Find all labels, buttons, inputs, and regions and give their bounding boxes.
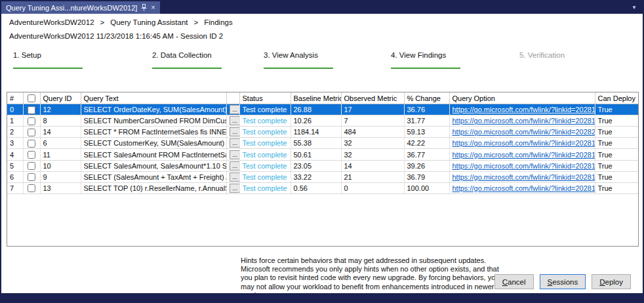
column-header-query-id[interactable]: Query ID xyxy=(40,92,81,104)
column-header-4[interactable] xyxy=(226,92,239,104)
status-cell: Test complete xyxy=(239,127,291,138)
observed-metric-cell: 32 xyxy=(341,138,404,149)
query-option-link[interactable]: https://go.microsoft.com/fwlink/?linkid=… xyxy=(453,128,595,136)
row-checkbox-cell xyxy=(23,115,40,127)
deploy-button[interactable]: Deploy xyxy=(592,274,631,289)
wizard-step-label: 2. Data Collection xyxy=(152,51,212,59)
wizard-step: 1. Setup xyxy=(13,51,83,69)
can-deploy-cell: True xyxy=(595,115,638,127)
expand-query-button[interactable]: ... xyxy=(230,138,240,148)
select-all-checkbox[interactable] xyxy=(28,94,35,102)
pin-icon[interactable] xyxy=(141,4,147,11)
query-text-cell: SELECT SalesAmount, SalesAmount*1.10 Sal… xyxy=(81,160,226,171)
table-row[interactable]: 36SELECT CustomerKey, SUM(SalesAmount) A… xyxy=(7,138,638,149)
column-header-status[interactable]: Status xyxy=(239,92,291,104)
wizard-step: 3. View Analysis xyxy=(264,51,333,69)
query-text-cell: SELECT CustomerKey, SUM(SalesAmount) AS … xyxy=(81,138,226,149)
table-row[interactable]: 510SELECT SalesAmount, SalesAmount*1.10 … xyxy=(7,160,638,171)
column-header-observed-metric[interactable]: Observed Metric xyxy=(341,92,404,104)
column-header-query-option[interactable]: Query Option xyxy=(449,92,595,104)
sessions-button[interactable]: Sessions xyxy=(540,274,586,289)
row-checkbox[interactable] xyxy=(28,106,35,114)
row-checkbox[interactable] xyxy=(28,184,35,192)
query-option-cell: https://go.microsoft.com/fwlink/?linkid=… xyxy=(449,138,595,149)
expand-query-button[interactable]: ... xyxy=(230,184,240,193)
table-row[interactable]: 69SELECT (SalesAmount + TaxAmt + Freight… xyxy=(7,171,638,182)
percent-change-cell: 36.79 xyxy=(404,171,449,182)
table-row[interactable]: 18SELECT NumberCarsOwned FROM DimCustom.… xyxy=(7,115,638,127)
findings-grid: #Query IDQuery TextStatusBaseline Metric… xyxy=(7,92,639,247)
baseline-metric-cell: 50.61 xyxy=(291,149,341,160)
query-text-expand-cell: ... xyxy=(226,160,239,171)
wizard-step-label: 4. View Findings xyxy=(391,51,446,59)
wizard-step: 4. View Findings xyxy=(391,51,460,69)
wizard-step: 5. Verification xyxy=(519,51,565,59)
expand-query-button[interactable]: ... xyxy=(230,161,240,171)
status-cell: Test complete xyxy=(239,149,291,160)
row-checkbox-cell xyxy=(23,138,40,149)
query-option-cell: https://go.microsoft.com/fwlink/?linkid=… xyxy=(449,127,595,138)
expand-query-button[interactable]: ... xyxy=(230,105,240,114)
column-header-baseline-metric[interactable]: Baseline Metric xyxy=(291,92,341,104)
row-checkbox[interactable] xyxy=(28,162,35,170)
query-text-expand-cell: ... xyxy=(226,171,239,182)
row-checkbox[interactable] xyxy=(28,117,35,125)
observed-metric-cell: 21 xyxy=(341,171,404,182)
baseline-metric-cell: 0.56 xyxy=(291,182,341,193)
query-option-link[interactable]: https://go.microsoft.com/fwlink/?linkid=… xyxy=(453,173,595,181)
query-option-cell: https://go.microsoft.com/fwlink/?linkid=… xyxy=(449,160,595,171)
close-icon[interactable]: × xyxy=(151,4,155,11)
expand-query-button[interactable]: ... xyxy=(230,116,240,125)
row-checkbox[interactable] xyxy=(28,173,35,181)
column-header--[interactable]: # xyxy=(7,92,23,104)
table-row[interactable]: 214SELECT * FROM FactInternetSales fis I… xyxy=(7,127,638,138)
row-checkbox-cell xyxy=(23,104,40,115)
query-option-link[interactable]: https://go.microsoft.com/fwlink/?linkid=… xyxy=(453,106,595,113)
column-header-query-text[interactable]: Query Text xyxy=(81,92,226,104)
column-header--change[interactable]: % Change xyxy=(404,92,449,104)
query-option-link[interactable]: https://go.microsoft.com/fwlink/?linkid=… xyxy=(453,117,595,125)
breadcrumb-item[interactable]: AdventureWorksDW2012 xyxy=(9,18,94,26)
can-deploy-cell: True xyxy=(595,171,638,182)
cancel-button[interactable]: Cancel xyxy=(494,274,534,289)
qta-window: Query Tuning Assi...ntureWorksDW2012] × … xyxy=(0,0,644,303)
can-deploy-cell: True xyxy=(595,149,638,160)
observed-metric-cell: 7 xyxy=(341,115,404,127)
wizard-step-label: 1. Setup xyxy=(13,51,41,59)
breadcrumb-item[interactable]: Findings xyxy=(204,18,232,26)
query-text-expand-cell: ... xyxy=(226,104,239,115)
row-checkbox[interactable] xyxy=(28,129,35,136)
tab-list-caret-icon[interactable]: ▼ xyxy=(632,1,643,14)
can-deploy-cell: True xyxy=(595,138,638,149)
percent-change-cell: 31.77 xyxy=(404,115,449,127)
breadcrumb-item[interactable]: Query Tuning Assistant xyxy=(110,18,188,26)
document-tab[interactable]: Query Tuning Assi...ntureWorksDW2012] × xyxy=(1,1,160,14)
expand-query-button[interactable]: ... xyxy=(230,150,240,159)
query-option-link[interactable]: https://go.microsoft.com/fwlink/?linkid=… xyxy=(453,151,595,159)
row-checkbox-cell xyxy=(23,127,40,138)
table-row[interactable]: 411SELECT SalesAmount FROM FactInternetS… xyxy=(7,149,638,160)
query-option-link[interactable]: https://go.microsoft.com/fwlink/?linkid=… xyxy=(453,139,595,147)
column-header-can-deploy[interactable]: Can Deploy xyxy=(595,92,638,104)
tab-title: Query Tuning Assi...ntureWorksDW2012] xyxy=(6,4,137,12)
row-checkbox-cell xyxy=(23,149,40,160)
baseline-metric-cell: 33.22 xyxy=(291,171,341,182)
table-row[interactable]: 012SELECT OrderDateKey, SUM(SalesAmount)… xyxy=(7,104,638,115)
row-checkbox[interactable] xyxy=(28,140,35,148)
query-option-link[interactable]: https://go.microsoft.com/fwlink/?linkid=… xyxy=(453,184,595,192)
query-option-link[interactable]: https://go.microsoft.com/fwlink/?linkid=… xyxy=(453,162,595,170)
status-cell: Test complete xyxy=(239,115,291,127)
query-id-cell: 8 xyxy=(40,115,81,127)
steps: 1. Setup2. Data Collection3. View Analys… xyxy=(9,51,635,73)
column-header-1[interactable] xyxy=(23,92,40,104)
expand-query-button[interactable]: ... xyxy=(230,172,240,182)
expand-query-button[interactable]: ... xyxy=(230,127,240,136)
status-cell: Test complete xyxy=(239,171,291,182)
query-text-expand-cell: ... xyxy=(226,138,239,149)
can-deploy-cell: True xyxy=(595,127,638,138)
row-checkbox[interactable] xyxy=(28,151,35,159)
table-row[interactable]: 713SELECT TOP (10) r.ResellerName, r.Ann… xyxy=(7,182,638,193)
query-option-cell: https://go.microsoft.com/fwlink/?linkid=… xyxy=(449,171,595,182)
query-id-cell: 12 xyxy=(40,104,81,115)
observed-metric-cell: 484 xyxy=(341,127,404,138)
